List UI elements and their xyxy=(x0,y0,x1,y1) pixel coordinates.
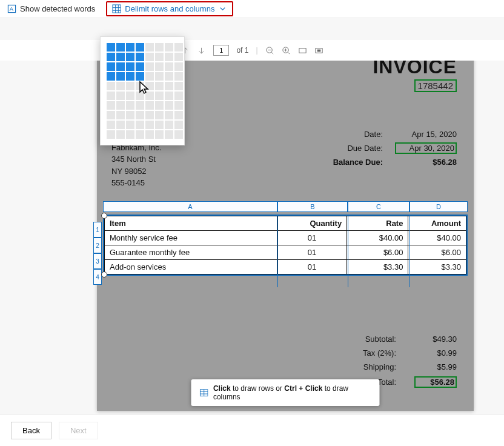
zoom-in-icon[interactable] xyxy=(282,46,291,55)
due-date-label: Due Date: xyxy=(316,144,383,153)
grid-cell[interactable] xyxy=(136,111,144,119)
col-letter-d[interactable]: D xyxy=(409,201,468,212)
show-detected-words-button[interactable]: A Show detected words xyxy=(7,4,95,13)
grid-cell[interactable] xyxy=(145,53,154,61)
grid-cell[interactable] xyxy=(165,82,173,90)
grid-cell[interactable] xyxy=(116,111,125,119)
grid-cell[interactable] xyxy=(145,43,154,52)
grid-cell[interactable] xyxy=(107,130,115,139)
grid-cell[interactable] xyxy=(126,72,134,81)
next-button: Next xyxy=(59,422,98,439)
grid-cell[interactable] xyxy=(145,62,154,71)
grid-cell[interactable] xyxy=(165,53,173,61)
fit-width-icon[interactable] xyxy=(298,46,307,55)
grid-cell[interactable] xyxy=(174,92,183,100)
grid-cell[interactable] xyxy=(136,53,144,61)
grid-cell[interactable] xyxy=(145,72,154,81)
col-divider[interactable] xyxy=(277,215,278,287)
grid-cell[interactable] xyxy=(126,43,134,52)
grid-cell[interactable] xyxy=(174,82,183,90)
grid-cell[interactable] xyxy=(155,82,164,90)
page-number-input[interactable] xyxy=(213,45,229,56)
grid-cell[interactable] xyxy=(165,62,173,71)
grid-cell[interactable] xyxy=(107,101,115,110)
col-divider[interactable] xyxy=(409,215,410,287)
grid-cell[interactable] xyxy=(126,101,134,110)
grid-cell[interactable] xyxy=(155,111,164,119)
grid-cell[interactable] xyxy=(174,101,183,110)
grid-cell[interactable] xyxy=(116,92,125,100)
grid-cell[interactable] xyxy=(165,121,173,129)
row-number-2[interactable]: 2 xyxy=(93,238,102,253)
grid-cell[interactable] xyxy=(116,72,125,81)
grid-cell[interactable] xyxy=(155,62,164,71)
grid-cell[interactable] xyxy=(136,43,144,52)
grid-cell[interactable] xyxy=(116,101,125,110)
grid-cell[interactable] xyxy=(174,53,183,61)
grid-cell[interactable] xyxy=(126,111,134,119)
invoice-table-region[interactable]: Item Quantity Rate Amount Monthly servic… xyxy=(103,215,468,276)
grid-cell[interactable] xyxy=(116,53,125,61)
grid-cell[interactable] xyxy=(107,82,115,90)
grid-cell[interactable] xyxy=(107,43,115,52)
grid-cell[interactable] xyxy=(155,92,164,100)
grid-cell[interactable] xyxy=(165,101,173,110)
grid-cell[interactable] xyxy=(116,121,125,129)
grid-cell[interactable] xyxy=(107,53,115,61)
grid-cell[interactable] xyxy=(107,92,115,100)
grid-cell[interactable] xyxy=(126,121,134,129)
grid-cell[interactable] xyxy=(126,92,134,100)
grid-cell[interactable] xyxy=(174,72,183,81)
row-number-4[interactable]: 4 xyxy=(93,269,102,285)
grid-cell[interactable] xyxy=(165,130,173,139)
row-number-1[interactable]: 1 xyxy=(93,222,102,238)
grid-cell[interactable] xyxy=(136,72,144,81)
zoom-out-icon[interactable] xyxy=(265,46,274,55)
grid-cell[interactable] xyxy=(165,111,173,119)
balance-due-label: Balance Due: xyxy=(316,158,383,167)
back-button[interactable]: Back xyxy=(11,422,51,439)
delimit-rows-cols-button[interactable]: Delimit rows and columns xyxy=(106,1,233,16)
grid-cell[interactable] xyxy=(145,101,154,110)
grid-cell[interactable] xyxy=(155,130,164,139)
grid-cell[interactable] xyxy=(165,72,173,81)
grid-cell[interactable] xyxy=(116,82,125,90)
grid-cell[interactable] xyxy=(155,101,164,110)
grid-cell[interactable] xyxy=(136,62,144,71)
grid-cell[interactable] xyxy=(126,82,134,90)
grid-cell[interactable] xyxy=(155,43,164,52)
grid-cell[interactable] xyxy=(145,121,154,129)
grid-cell[interactable] xyxy=(116,62,125,71)
grid-cell[interactable] xyxy=(145,111,154,119)
grid-cell[interactable] xyxy=(107,62,115,71)
grid-cell[interactable] xyxy=(136,121,144,129)
fit-page-icon[interactable] xyxy=(314,46,323,55)
grid-cell[interactable] xyxy=(155,72,164,81)
grid-cell[interactable] xyxy=(155,53,164,61)
next-page-icon[interactable] xyxy=(197,46,206,55)
grid-cell[interactable] xyxy=(126,62,134,71)
grid-cell[interactable] xyxy=(126,53,134,61)
grid-cell[interactable] xyxy=(155,121,164,129)
row-number-3[interactable]: 3 xyxy=(93,253,102,269)
grid-cell[interactable] xyxy=(107,72,115,81)
grid-cell[interactable] xyxy=(174,43,183,52)
grid-cell[interactable] xyxy=(145,130,154,139)
col-letter-a[interactable]: A xyxy=(103,201,277,212)
grid-cell[interactable] xyxy=(174,121,183,129)
grid-cell[interactable] xyxy=(174,130,183,139)
grid-cell[interactable] xyxy=(136,130,144,139)
grid-cell[interactable] xyxy=(107,121,115,129)
grid-cell[interactable] xyxy=(165,43,173,52)
col-divider[interactable] xyxy=(348,215,348,287)
col-letter-c[interactable]: C xyxy=(348,201,409,212)
grid-cell[interactable] xyxy=(107,111,115,119)
grid-cell[interactable] xyxy=(165,92,173,100)
grid-cell[interactable] xyxy=(116,43,125,52)
grid-cell[interactable] xyxy=(174,111,183,119)
grid-cell[interactable] xyxy=(126,130,134,139)
grid-cell[interactable] xyxy=(136,101,144,110)
grid-cell[interactable] xyxy=(116,130,125,139)
grid-cell[interactable] xyxy=(174,62,183,71)
col-letter-b[interactable]: B xyxy=(277,201,348,212)
